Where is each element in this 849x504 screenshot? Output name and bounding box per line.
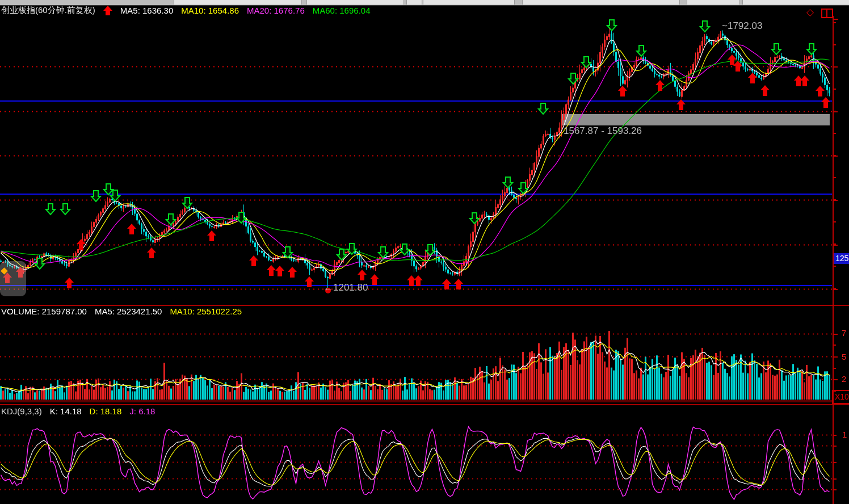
ma10-value: MA10: 1654.86 [181,6,239,15]
chrome-segment [742,0,849,5]
high-price-annotation: ~1792.03 [722,20,762,32]
volume-ma5-value: MA5: 2523421.50 [95,306,162,316]
low-price-annotation: ←1201.80 [323,282,368,293]
chrome-segment [423,0,515,5]
toolbar-ghost-overlay [0,261,26,296]
price-up-arrow-icon [103,6,112,15]
volume-tick-5: 5 [842,352,846,362]
kdj-d-value: D: 18.18 [90,406,122,416]
volume-header: VOLUME: 2159787.00 MA5: 2523421.50 MA10:… [1,306,250,316]
kdj-tick-100: 1 [842,430,847,439]
chrome-segment [174,0,302,5]
ma5-value: MA5: 1636.30 [120,6,173,15]
volume-tick-2: 2 [842,374,846,384]
kdj-title: KDJ(9,3,3) [1,406,42,416]
volume-value: VOLUME: 2159787.00 [1,306,87,316]
gap-range-annotation: 1567.87 - 1593.26 [564,125,642,137]
volume-ma10-value: MA10: 2551022.25 [170,306,242,316]
volume-tick-7: 7 [842,328,846,338]
stock-chart-app: { "header": { "title": "创业板指(60分钟.前复权)",… [0,0,849,504]
main-chart-header: 创业板指(60分钟.前复权) MA5: 1636.30 MA10: 1654.8… [1,5,379,16]
kdj-k-value: K: 14.18 [50,406,82,416]
volume-unit-box: X10 [832,390,849,404]
kdj-header: KDJ(9,3,3) K: 14.18 D: 18.18 J: 6.18 [1,406,163,416]
chart-canvas[interactable] [0,0,849,504]
ma60-value: MA60: 1696.04 [313,6,371,15]
split-window-icon[interactable] [821,9,833,18]
kdj-j-value: J: 6.18 [129,406,155,416]
chrome-segment [306,0,404,5]
instrument-title: 创业板指(60分钟.前复权) [1,5,95,16]
diamond-tool-icon[interactable]: ◇ [806,7,814,17]
price-axis-tag: 125 [834,253,849,264]
chrome-segment [687,0,740,5]
chrome-segment [406,0,422,5]
chrome-segment [522,0,680,5]
ma20-value: MA20: 1676.76 [247,6,305,15]
